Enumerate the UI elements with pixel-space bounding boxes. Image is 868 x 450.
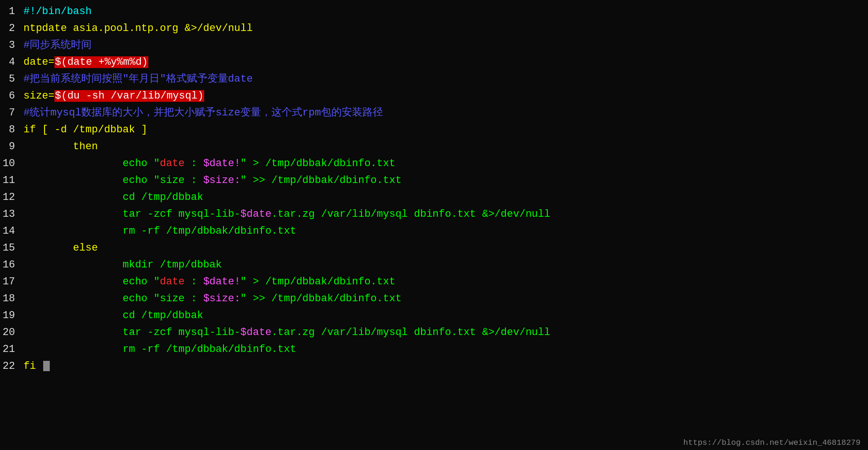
line-content: echo "size : $size:" >> /tmp/dbbak/dbinf…	[23, 173, 863, 189]
code-line-6: 6size=$(du -sh /var/lib/mysql)	[0, 88, 868, 105]
line-content: fi	[23, 358, 863, 374]
line-number: 20	[0, 325, 23, 341]
code-segment: date	[160, 158, 184, 169]
code-line-16: 16 mkdir /tmp/dbbak	[0, 257, 868, 274]
code-line-9: 9 then	[0, 139, 868, 156]
code-line-1: 1#!/bin/bash	[0, 4, 868, 21]
code-segment: $date	[240, 327, 271, 338]
line-number: 1	[0, 4, 23, 20]
code-segment: mkdir /tmp/dbbak	[23, 259, 222, 271]
code-segment: if [ -d /tmp/dbbak ]	[23, 124, 147, 136]
code-segment: size=	[23, 90, 54, 102]
code-line-13: 13 tar -zcf mysql-lib-$date.tar.zg /var/…	[0, 206, 868, 223]
line-content: tar -zcf mysql-lib-$date.tar.zg /var/lib…	[23, 325, 863, 341]
code-segment: echo "	[23, 276, 160, 288]
line-number: 22	[0, 358, 23, 374]
line-number: 11	[0, 173, 23, 189]
code-segment: rm -rf /tmp/dbbak/dbinfo.txt	[23, 343, 296, 355]
code-line-5: 5#把当前系统时间按照"年月日"格式赋予变量date	[0, 71, 868, 88]
line-number: 8	[0, 122, 23, 138]
code-line-20: 20 tar -zcf mysql-lib-$date.tar.zg /var/…	[0, 325, 868, 342]
line-content: date=$(date +%y%m%d)	[23, 54, 863, 70]
code-line-2: 2ntpdate asia.pool.ntp.org &>/dev/null	[0, 21, 868, 38]
code-segment: :	[184, 276, 203, 288]
line-content: rm -rf /tmp/dbbak/dbinfo.txt	[23, 342, 863, 358]
code-segment: date=	[23, 56, 54, 68]
subshell-highlight: $(du -sh /var/lib/mysql)	[54, 90, 204, 102]
line-number: 7	[0, 105, 23, 121]
line-number: 17	[0, 274, 23, 290]
line-number: 15	[0, 240, 23, 256]
code-line-22: 22fi	[0, 358, 868, 375]
line-content: echo "size : $size:" >> /tmp/dbbak/dbinf…	[23, 291, 863, 307]
line-content: then	[23, 139, 863, 155]
line-content: #统计mysql数据库的大小，并把大小赋予size变量，这个式rpm包的安装路径	[23, 105, 863, 121]
code-segment: date	[160, 276, 184, 288]
code-segment: #把当前系统时间按照"年月日"格式赋予变量date	[23, 73, 253, 85]
code-segment: cd /tmp/dbbak	[23, 191, 203, 203]
code-segment: .tar.zg /var/lib/mysql dbinfo.txt &>/dev…	[271, 327, 550, 338]
code-segment: $size:	[203, 293, 240, 305]
code-segment: rm -rf /tmp/dbbak/dbinfo.txt	[23, 225, 296, 237]
line-number: 19	[0, 308, 23, 324]
code-line-8: 8if [ -d /tmp/dbbak ]	[0, 122, 868, 139]
code-line-11: 11 echo "size : $size:" >> /tmp/dbbak/db…	[0, 173, 868, 190]
code-segment: " >> /tmp/dbbak/dbinfo.txt	[240, 293, 401, 305]
code-line-21: 21 rm -rf /tmp/dbbak/dbinfo.txt	[0, 342, 868, 358]
code-line-12: 12 cd /tmp/dbbak	[0, 190, 868, 206]
code-segment: .tar.zg /var/lib/mysql dbinfo.txt &>/dev…	[271, 208, 550, 220]
code-segment: tar -zcf mysql-lib-	[23, 208, 240, 220]
code-segment: ntpdate asia.pool.ntp.org &>/dev/null	[23, 23, 253, 34]
line-content: ntpdate asia.pool.ntp.org &>/dev/null	[23, 21, 863, 37]
line-number: 12	[0, 190, 23, 206]
code-line-14: 14 rm -rf /tmp/dbbak/dbinfo.txt	[0, 223, 868, 240]
code-segment: $size:	[203, 175, 240, 186]
line-number: 10	[0, 156, 23, 172]
line-content: tar -zcf mysql-lib-$date.tar.zg /var/lib…	[23, 206, 863, 222]
code-segment: then	[23, 141, 98, 153]
url-bar: https://blog.csdn.net/weixin_46818279	[684, 438, 860, 447]
code-segment: " >> /tmp/dbbak/dbinfo.txt	[240, 175, 401, 186]
line-content: if [ -d /tmp/dbbak ]	[23, 122, 863, 138]
line-content: echo "date : $date!" > /tmp/dbbak/dbinfo…	[23, 156, 863, 172]
code-segment: #同步系统时间	[23, 39, 92, 51]
code-segment: fi	[23, 360, 42, 372]
code-segment: :	[184, 158, 203, 169]
code-line-4: 4date=$(date +%y%m%d)	[0, 54, 868, 71]
line-content: #把当前系统时间按照"年月日"格式赋予变量date	[23, 71, 863, 87]
code-segment: #统计mysql数据库的大小，并把大小赋予size变量，这个式rpm包的安装路径	[23, 107, 383, 119]
code-segment: " > /tmp/dbbak/dbinfo.txt	[240, 158, 395, 169]
code-line-3: 3#同步系统时间	[0, 38, 868, 54]
code-line-10: 10 echo "date : $date!" > /tmp/dbbak/dbi…	[0, 156, 868, 173]
code-segment: #!/bin/bash	[23, 6, 92, 17]
code-line-7: 7#统计mysql数据库的大小，并把大小赋予size变量，这个式rpm包的安装路…	[0, 105, 868, 122]
line-number: 3	[0, 38, 23, 53]
code-segment: $date	[240, 208, 271, 220]
line-content: cd /tmp/dbbak	[23, 190, 863, 206]
line-content: else	[23, 240, 863, 256]
line-content: cd /tmp/dbbak	[23, 308, 863, 324]
line-content: mkdir /tmp/dbbak	[23, 257, 863, 273]
line-content: #同步系统时间	[23, 38, 863, 53]
line-number: 9	[0, 139, 23, 155]
code-segment: $date!	[203, 158, 240, 169]
code-line-17: 17 echo "date : $date!" > /tmp/dbbak/dbi…	[0, 274, 868, 291]
line-number: 4	[0, 54, 23, 70]
cursor	[43, 361, 50, 371]
code-segment: echo "size :	[23, 293, 203, 305]
code-editor: 1#!/bin/bash2ntpdate asia.pool.ntp.org &…	[0, 0, 868, 450]
code-segment: else	[23, 242, 98, 254]
line-number: 5	[0, 71, 23, 87]
code-line-19: 19 cd /tmp/dbbak	[0, 308, 868, 325]
line-number: 2	[0, 21, 23, 37]
line-content: rm -rf /tmp/dbbak/dbinfo.txt	[23, 223, 863, 239]
code-segment: " > /tmp/dbbak/dbinfo.txt	[240, 276, 395, 288]
line-content: size=$(du -sh /var/lib/mysql)	[23, 88, 863, 104]
code-segment: cd /tmp/dbbak	[23, 310, 203, 321]
code-segment: echo "	[23, 158, 160, 169]
code-segment: echo "size :	[23, 175, 203, 186]
line-content: echo "date : $date!" > /tmp/dbbak/dbinfo…	[23, 274, 863, 290]
line-number: 6	[0, 88, 23, 104]
line-number: 16	[0, 257, 23, 273]
line-content: #!/bin/bash	[23, 4, 863, 20]
